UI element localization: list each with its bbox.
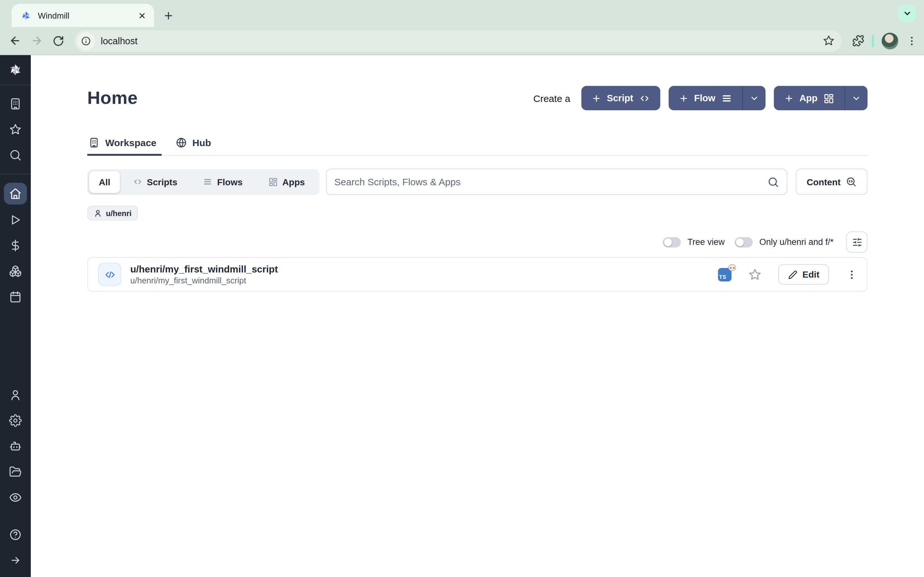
windmill-logo-icon[interactable] xyxy=(0,55,31,85)
sidebar-item-schedules[interactable] xyxy=(4,285,27,309)
create-app-label: App xyxy=(800,93,817,103)
filter-all-label: All xyxy=(99,177,110,187)
favorite-star-icon[interactable] xyxy=(748,268,761,281)
search-box xyxy=(326,169,787,195)
sidebar-item-audit-logs[interactable] xyxy=(4,485,27,510)
arrow-right-icon xyxy=(10,554,21,566)
sidebar-item-settings[interactable] xyxy=(4,408,27,433)
owner-badge[interactable]: u/henri xyxy=(87,206,138,221)
play-icon xyxy=(9,213,22,226)
create-script-button[interactable]: Script xyxy=(581,86,660,110)
tab-hub[interactable]: Hub xyxy=(174,131,216,155)
content-label: Content xyxy=(806,177,841,187)
sidebar-group-help xyxy=(0,516,31,577)
reload-button[interactable] xyxy=(49,31,68,50)
create-flow-label: Flow xyxy=(694,93,716,103)
filter-scripts-label: Scripts xyxy=(147,177,178,187)
new-tab-button[interactable] xyxy=(159,6,177,24)
eye-icon xyxy=(9,491,22,504)
create-flow-button[interactable]: Flow xyxy=(669,86,766,110)
tab-workspace[interactable]: Workspace xyxy=(87,131,162,155)
sidebar-item-runs[interactable] xyxy=(4,208,27,232)
sidebar-item-workers[interactable] xyxy=(4,434,27,458)
sidebar-item-workspace[interactable] xyxy=(4,92,27,116)
windmill-app: Home Create a Script Flow xyxy=(0,55,924,577)
edit-button[interactable]: Edit xyxy=(778,264,829,285)
forward-button[interactable] xyxy=(27,31,46,50)
flow-menu-icon xyxy=(721,93,732,103)
item-menu-icon[interactable] xyxy=(846,268,858,280)
content-search-button[interactable]: Content xyxy=(796,169,867,195)
building-icon xyxy=(89,137,99,148)
star-icon xyxy=(9,123,22,136)
item-title[interactable]: u/henri/my_first_windmill_script xyxy=(130,263,278,274)
sidebar-item-variables[interactable] xyxy=(4,234,27,258)
profile-avatar[interactable] xyxy=(882,32,898,49)
filter-apps[interactable]: Apps xyxy=(255,171,318,193)
sidebar-item-folders[interactable] xyxy=(4,460,27,484)
sidebar xyxy=(0,55,31,577)
search-input[interactable] xyxy=(334,176,767,187)
tab-title: Windmill xyxy=(38,11,136,20)
sidebar-item-search[interactable] xyxy=(4,143,27,167)
script-list-item[interactable]: u/henri/my_first_windmill_script u/henri… xyxy=(87,257,867,292)
search-code-icon xyxy=(846,176,857,187)
workspace-building-icon xyxy=(9,97,22,110)
gear-icon xyxy=(9,414,22,427)
sidebar-item-help[interactable] xyxy=(4,522,27,547)
create-app-button[interactable]: App xyxy=(774,86,867,110)
create-app-dropdown[interactable] xyxy=(845,86,867,110)
view-settings-button[interactable] xyxy=(846,231,867,253)
only-owner-toggle[interactable] xyxy=(735,237,753,247)
sidebar-item-favorites[interactable] xyxy=(4,117,27,142)
filter-apps-label: Apps xyxy=(282,177,305,187)
screen: Windmill xyxy=(0,0,924,577)
back-button[interactable] xyxy=(5,31,24,50)
sidebar-item-resources[interactable] xyxy=(4,259,27,284)
bookmark-star-icon[interactable] xyxy=(821,34,835,48)
tab-workspace-label: Workspace xyxy=(105,137,157,148)
toolbar-divider xyxy=(872,34,874,47)
url-text[interactable]: localhost xyxy=(101,35,821,46)
tab-close-icon[interactable] xyxy=(136,10,148,21)
main-content: Home Create a Script Flow xyxy=(31,55,924,577)
create-actions: Create a Script Flow xyxy=(533,86,867,110)
boxes-icon xyxy=(9,265,22,277)
filter-flows-label: Flows xyxy=(217,177,242,187)
type-filter-segmented: All Scripts Flows Apps xyxy=(87,169,320,195)
robot-icon xyxy=(9,440,22,453)
tree-view-toggle[interactable] xyxy=(663,237,681,247)
person-icon xyxy=(94,209,102,218)
filter-scripts[interactable]: Scripts xyxy=(120,171,190,193)
sidebar-group-main xyxy=(0,174,31,316)
item-path: u/henri/my_first_windmill_script xyxy=(130,276,278,285)
dollar-icon xyxy=(9,239,22,252)
browser-tab-windmill[interactable]: Windmill xyxy=(11,4,154,27)
browser-menu-icon[interactable] xyxy=(906,35,918,47)
filter-all[interactable]: All xyxy=(89,171,120,193)
tab-hub-label: Hub xyxy=(192,137,211,148)
toolbar-right xyxy=(848,32,918,49)
plus-icon xyxy=(784,93,794,103)
edit-button-label: Edit xyxy=(803,269,819,279)
plus-icon xyxy=(591,93,601,103)
create-flow-dropdown[interactable] xyxy=(742,86,766,110)
user-icon xyxy=(9,388,22,401)
filter-flows[interactable]: Flows xyxy=(190,171,255,193)
create-script-label: Script xyxy=(607,93,633,103)
sidebar-item-expand[interactable] xyxy=(4,548,27,572)
chevron-down-icon xyxy=(851,93,861,103)
view-options-row: Tree view Only u/henri and f/* xyxy=(87,231,867,253)
extensions-icon[interactable] xyxy=(852,35,864,47)
sidebar-item-users[interactable] xyxy=(4,383,27,407)
address-bar[interactable]: localhost xyxy=(74,30,842,52)
windmill-favicon-icon xyxy=(21,10,31,21)
item-actions: TS Edit xyxy=(718,264,858,285)
sidebar-item-home[interactable] xyxy=(4,183,27,205)
only-owner-label: Only u/henri and f/* xyxy=(759,237,834,247)
site-info-icon[interactable] xyxy=(77,32,95,50)
tab-search-chevron-button[interactable] xyxy=(898,5,916,22)
page-title: Home xyxy=(87,88,137,108)
home-icon xyxy=(9,187,22,200)
calendar-icon xyxy=(9,290,22,303)
